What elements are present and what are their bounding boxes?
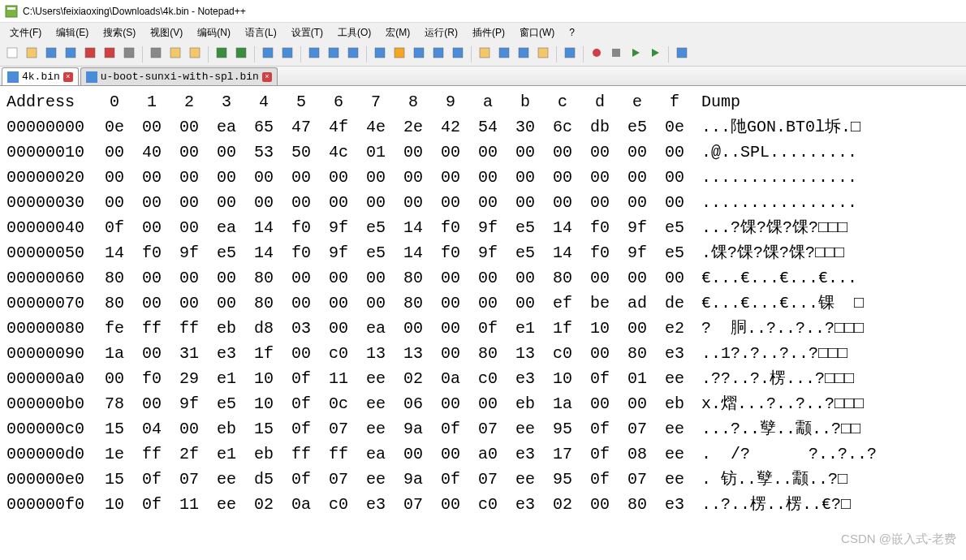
hex-byte[interactable]: 00 — [432, 140, 469, 165]
hex-byte[interactable]: 00 — [581, 341, 619, 366]
hex-byte[interactable]: 00 — [656, 190, 693, 215]
hex-byte[interactable]: 00 — [208, 140, 245, 165]
fold-button[interactable] — [429, 45, 447, 63]
hex-byte[interactable]: 00 — [282, 165, 320, 190]
hex-byte[interactable]: 1a — [96, 341, 133, 366]
hex-byte[interactable]: 00 — [432, 492, 469, 517]
menu-R[interactable]: 运行(R) — [418, 24, 464, 41]
hex-byte[interactable]: 0f — [581, 467, 619, 492]
hex-byte[interactable]: 80 — [245, 265, 282, 291]
menu-M[interactable]: 宏(M) — [379, 24, 416, 41]
hex-byte[interactable]: ad — [619, 291, 656, 316]
doc-list-button[interactable] — [495, 45, 513, 63]
hex-byte[interactable]: 14 — [395, 215, 432, 240]
hex-byte[interactable]: 80 — [395, 291, 432, 316]
hex-byte[interactable]: 00 — [282, 265, 320, 291]
hex-byte[interactable]: e5 — [507, 240, 544, 265]
hex-byte[interactable]: 00 — [581, 492, 619, 517]
hex-byte[interactable]: f0 — [432, 215, 469, 240]
hex-byte[interactable]: 4c — [320, 140, 357, 165]
hex-byte[interactable]: 0f — [581, 442, 619, 467]
tab-1[interactable]: u-boot-sunxi-with-spl.bin× — [80, 67, 278, 85]
paste-button[interactable] — [186, 45, 204, 63]
hex-byte[interactable]: 47 — [282, 114, 320, 140]
hex-byte[interactable]: 80 — [619, 492, 656, 517]
hex-byte[interactable]: 10 — [581, 316, 619, 341]
hex-byte[interactable]: 00 — [432, 316, 469, 341]
hex-byte[interactable]: 02 — [395, 366, 432, 391]
hex-byte[interactable]: 95 — [544, 467, 581, 492]
hex-byte[interactable]: 10 — [245, 366, 282, 391]
hex-byte[interactable]: f0 — [133, 366, 170, 391]
cut-button[interactable] — [147, 45, 165, 63]
hex-byte[interactable]: 4e — [357, 114, 395, 140]
hex-byte[interactable]: 00 — [96, 140, 133, 165]
hex-byte[interactable]: 00 — [96, 165, 133, 190]
hex-byte[interactable]: e3 — [507, 366, 544, 391]
hex-byte[interactable]: 00 — [170, 291, 208, 316]
hex-byte[interactable]: 00 — [170, 215, 208, 240]
hex-byte[interactable]: 80 — [619, 341, 656, 366]
hex-byte[interactable]: 1f — [544, 316, 581, 341]
hex-row[interactable]: 0000006080000000800000008000000080000000… — [6, 265, 960, 291]
hex-byte[interactable]: 00 — [245, 190, 282, 215]
hex-byte[interactable]: c0 — [320, 492, 357, 517]
hex-byte[interactable]: e3 — [507, 442, 544, 467]
hex-byte[interactable]: 11 — [320, 366, 357, 391]
hex-byte[interactable]: ff — [133, 316, 170, 341]
hex-byte[interactable]: 00 — [469, 265, 507, 291]
hex-byte[interactable]: 00 — [507, 165, 544, 190]
hex-row[interactable]: 000000400f0000ea14f09fe514f09fe514f09fe5… — [6, 215, 960, 240]
hex-byte[interactable]: eb — [208, 416, 245, 442]
hex-byte[interactable]: 0f — [133, 492, 170, 517]
hex-byte[interactable]: 10 — [544, 366, 581, 391]
hex-byte[interactable]: ff — [133, 442, 170, 467]
hex-byte[interactable]: 14 — [395, 240, 432, 265]
hex-byte[interactable]: 78 — [96, 391, 133, 416]
hex-byte[interactable]: 00 — [469, 391, 507, 416]
hex-byte[interactable]: 0f — [282, 391, 320, 416]
hex-row[interactable]: 000000b078009fe5100f0cee060000eb1a0000eb… — [6, 391, 960, 416]
hex-byte[interactable]: 0f — [96, 215, 133, 240]
hex-byte[interactable]: eb — [208, 316, 245, 341]
hex-byte[interactable]: 01 — [619, 366, 656, 391]
hex-byte[interactable]: eb — [245, 442, 282, 467]
hex-row[interactable]: 000000f0100f11ee020ac0e30700c0e3020080e3… — [6, 492, 960, 517]
hex-byte[interactable]: 9a — [395, 467, 432, 492]
hex-row[interactable]: 0000002000000000000000000000000000000000… — [6, 165, 960, 190]
menu-P[interactable]: 插件(P) — [466, 24, 511, 41]
hex-byte[interactable]: e5 — [656, 240, 693, 265]
hex-byte[interactable]: 00 — [395, 190, 432, 215]
hex-byte[interactable]: ee — [656, 366, 693, 391]
hex-byte[interactable]: 00 — [581, 190, 619, 215]
hex-byte[interactable]: 00 — [469, 165, 507, 190]
hex-row[interactable]: 00000070800000008000000080000000efbeadde… — [6, 291, 960, 316]
hex-byte[interactable]: 29 — [170, 366, 208, 391]
hex-byte[interactable]: 00 — [544, 140, 581, 165]
hex-byte[interactable]: 6c — [544, 114, 581, 140]
hex-byte[interactable]: 9f — [469, 215, 507, 240]
hex-row[interactable]: 0000003000000000000000000000000000000000… — [6, 190, 960, 215]
hex-byte[interactable]: f0 — [282, 215, 320, 240]
hex-byte[interactable]: f0 — [133, 240, 170, 265]
hex-byte[interactable]: 00 — [170, 140, 208, 165]
close-all-button[interactable] — [101, 45, 119, 63]
zoom-out-button[interactable] — [325, 45, 343, 63]
hex-byte[interactable]: 13 — [507, 341, 544, 366]
hex-byte[interactable]: fe — [96, 316, 133, 341]
hex-byte[interactable]: 00 — [133, 341, 170, 366]
hex-byte[interactable]: 00 — [619, 316, 656, 341]
hex-byte[interactable]: 00 — [320, 291, 357, 316]
hex-byte[interactable]: 80 — [245, 291, 282, 316]
hex-byte[interactable]: 95 — [544, 416, 581, 442]
hex-byte[interactable]: 13 — [357, 341, 395, 366]
hex-byte[interactable]: 00 — [432, 190, 469, 215]
hex-byte[interactable]: f0 — [581, 215, 619, 240]
hex-byte[interactable]: 65 — [245, 114, 282, 140]
hex-byte[interactable]: 00 — [507, 265, 544, 291]
hex-byte[interactable]: 14 — [96, 240, 133, 265]
indent-button[interactable] — [410, 45, 428, 63]
hex-byte[interactable]: 00 — [282, 291, 320, 316]
hex-byte[interactable]: c0 — [544, 341, 581, 366]
all-chars-button[interactable] — [390, 45, 408, 63]
